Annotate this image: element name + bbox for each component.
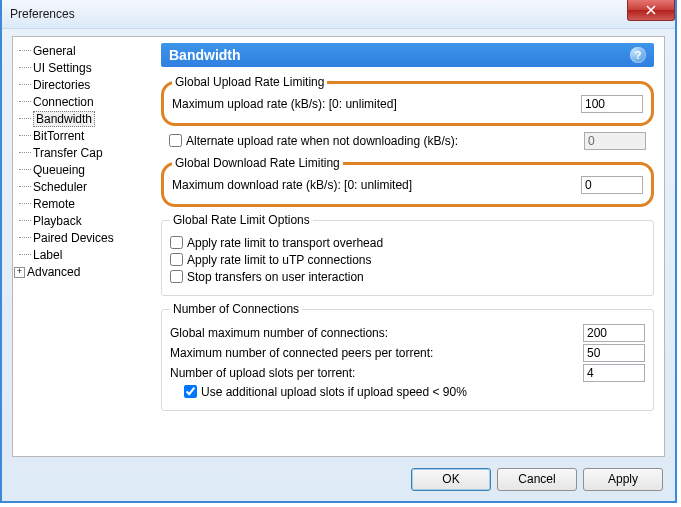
additional-slots-checkbox[interactable] [184,385,197,398]
sidebar-item-label: UI Settings [33,61,92,75]
close-button[interactable] [627,0,675,21]
sidebar-item-transfer-cap[interactable]: Transfer Cap [17,145,146,161]
tree-connector [19,237,31,239]
tree-connector [19,203,31,205]
global-connections-input[interactable] [583,324,645,342]
transport-overhead-checkbox[interactable] [170,236,183,249]
panel-header: Bandwidth ? [161,43,654,67]
sidebar-item-directories[interactable]: Directories [17,77,146,93]
global-connections-label: Global maximum number of connections: [170,326,583,340]
sidebar-item-remote[interactable]: Remote [17,196,146,212]
sidebar-item-advanced[interactable]: +Advanced [17,264,146,280]
alt-upload-label: Alternate upload rate when not downloadi… [186,134,458,148]
sidebar-item-label[interactable]: Label [17,247,146,263]
sidebar-item-label: Connection [33,95,94,109]
download-rate-group: Global Download Rate Limiting Maximum do… [161,156,654,207]
peers-per-torrent-input[interactable] [583,344,645,362]
alt-upload-checkbox[interactable] [169,134,182,147]
sidebar-item-bandwidth[interactable]: Bandwidth [17,111,146,127]
stop-on-interaction-label: Stop transfers on user interaction [187,270,364,284]
dialog-footer: OK Cancel Apply [2,457,675,501]
sidebar-item-label: Transfer Cap [33,146,103,160]
tree-connector [19,186,31,188]
tree-connector [19,67,31,69]
tree-connector [19,118,31,120]
sidebar-item-connection[interactable]: Connection [17,94,146,110]
sidebar-item-label: Remote [33,197,75,211]
max-download-label: Maximum download rate (kB/s): [0: unlimi… [172,178,581,192]
sidebar-item-paired-devices[interactable]: Paired Devices [17,230,146,246]
transport-overhead-label: Apply rate limit to transport overhead [187,236,383,250]
sidebar-item-label: Paired Devices [33,231,114,245]
window-title: Preferences [10,7,75,21]
sidebar-item-playback[interactable]: Playback [17,213,146,229]
tree-connector [19,220,31,222]
sidebar-item-scheduler[interactable]: Scheduler [17,179,146,195]
cancel-button[interactable]: Cancel [497,468,577,491]
sidebar-item-label: Advanced [27,265,80,279]
ok-button[interactable]: OK [411,468,491,491]
apply-button[interactable]: Apply [583,468,663,491]
utp-label: Apply rate limit to uTP connections [187,253,372,267]
tree-connector [19,101,31,103]
sidebar-item-queueing[interactable]: Queueing [17,162,146,178]
sidebar-item-label: Queueing [33,163,85,177]
rate-limit-options-group: Global Rate Limit Options Apply rate lim… [161,213,654,296]
sidebar-item-label: Scheduler [33,180,87,194]
upload-rate-legend: Global Upload Rate Limiting [172,75,327,89]
tree-connector [19,50,31,52]
peers-per-torrent-label: Maximum number of connected peers per to… [170,346,583,360]
max-download-input[interactable] [581,176,643,194]
tree-connector [19,84,31,86]
sidebar-item-bittorrent[interactable]: BitTorrent [17,128,146,144]
tree-connector [19,152,31,154]
sidebar-item-label: General [33,44,76,58]
sidebar-item-general[interactable]: General [17,43,146,59]
sidebar-item-label: Label [33,248,62,262]
upload-slots-label: Number of upload slots per torrent: [170,366,583,380]
upload-rate-group: Global Upload Rate Limiting Maximum uplo… [161,75,654,126]
sidebar-item-label: Bandwidth [33,111,95,127]
help-icon[interactable]: ? [630,47,646,63]
connections-legend: Number of Connections [170,302,302,316]
max-upload-label: Maximum upload rate (kB/s): [0: unlimite… [172,97,581,111]
download-rate-legend: Global Download Rate Limiting [172,156,343,170]
preferences-window: Preferences GeneralUI SettingsDirectorie… [0,0,677,503]
upload-slots-input[interactable] [583,364,645,382]
tree-connector [19,254,31,256]
max-upload-input[interactable] [581,95,643,113]
expand-icon[interactable]: + [14,267,25,278]
panel-title: Bandwidth [169,47,241,63]
sidebar-item-label: BitTorrent [33,129,84,143]
alt-upload-row: Alternate upload rate when not downloadi… [169,134,584,148]
stop-on-interaction-checkbox[interactable] [170,270,183,283]
connections-group: Number of Connections Global maximum num… [161,302,654,411]
tree-connector [19,135,31,137]
category-sidebar: GeneralUI SettingsDirectoriesConnectionB… [13,37,151,456]
client-area: GeneralUI SettingsDirectoriesConnectionB… [12,36,665,457]
alt-upload-input [584,132,646,150]
sidebar-item-label: Playback [33,214,82,228]
sidebar-item-ui-settings[interactable]: UI Settings [17,60,146,76]
content-panel: Bandwidth ? Global Upload Rate Limiting … [151,37,664,456]
sidebar-item-label: Directories [33,78,90,92]
close-icon [646,5,656,15]
rate-limit-options-legend: Global Rate Limit Options [170,213,313,227]
utp-checkbox[interactable] [170,253,183,266]
tree-connector [19,169,31,171]
additional-slots-label: Use additional upload slots if upload sp… [201,385,467,399]
titlebar: Preferences [2,0,675,29]
